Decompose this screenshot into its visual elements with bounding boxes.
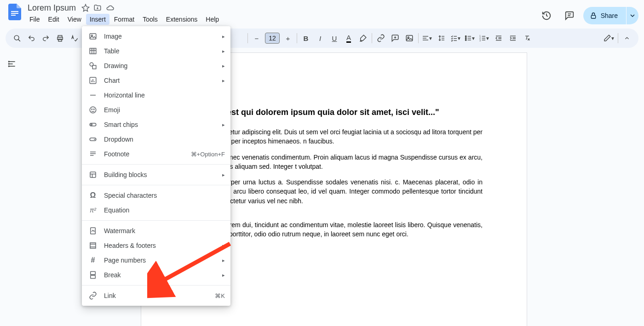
- docs-logo[interactable]: [6, 3, 24, 21]
- menu-item-drawing[interactable]: Drawing▸: [82, 58, 230, 73]
- share-button[interactable]: Share: [583, 7, 626, 24]
- svg-point-67: [94, 109, 95, 110]
- submenu-arrow-icon: ▸: [222, 122, 225, 128]
- menu-item-horizontal-line[interactable]: Horizontal line: [82, 88, 230, 103]
- menu-help[interactable]: Help: [202, 14, 223, 25]
- menu-item-image[interactable]: Image▸: [82, 29, 230, 44]
- menu-divider: [82, 185, 230, 185]
- menu-item-headers-footers[interactable]: Headers & footers▸: [82, 238, 230, 253]
- menu-item-footnote[interactable]: Footnote⌘+Option+F: [82, 147, 230, 161]
- menu-item-label: Equation: [104, 206, 225, 214]
- numbered-list-button[interactable]: 123▼: [477, 31, 491, 45]
- menu-item-label: Special characters: [104, 192, 225, 199]
- menu-item-label: Image: [104, 33, 222, 40]
- share-label: Share: [601, 12, 618, 19]
- menu-insert[interactable]: Insert: [86, 14, 109, 25]
- insert-menu-dropdown: Image▸Table▸Drawing▸Chart▸Horizontal lin…: [82, 26, 230, 306]
- menu-item-table[interactable]: Table▸: [82, 44, 230, 58]
- menu-extensions[interactable]: Extensions: [162, 14, 201, 25]
- collapse-toolbar-icon[interactable]: [620, 31, 634, 45]
- svg-point-26: [465, 40, 466, 41]
- insert-image-icon[interactable]: [402, 31, 416, 45]
- menu-item-label: Table: [104, 47, 222, 55]
- font-size-increase[interactable]: +: [281, 31, 295, 45]
- menu-item-equation[interactable]: π²Equation: [82, 203, 230, 217]
- checklist-button[interactable]: ▼: [449, 31, 463, 45]
- submenu-arrow-icon: ▸: [222, 243, 225, 249]
- menu-view[interactable]: View: [64, 14, 85, 25]
- menu-item-dropdown[interactable]: Dropdown: [82, 132, 230, 147]
- submenu-arrow-icon: ▸: [222, 34, 225, 40]
- lock-icon: [590, 12, 597, 19]
- text-color-button[interactable]: A: [342, 31, 356, 45]
- menu-item-label: Headers & footers: [104, 242, 222, 249]
- svg-line-7: [18, 39, 20, 41]
- menu-item-label: Watermark: [104, 227, 225, 234]
- menu-item-label: Building blocks: [104, 171, 222, 178]
- align-button[interactable]: ▼: [420, 31, 434, 45]
- menu-item-smart-chips[interactable]: Smart chips▸: [82, 117, 230, 132]
- svg-text:3: 3: [479, 40, 481, 42]
- line-spacing-button[interactable]: [435, 31, 448, 45]
- menu-item-break[interactable]: Break▸: [82, 268, 230, 282]
- menu-divider: [82, 220, 230, 221]
- menu-item-link[interactable]: Link⌘K: [82, 288, 230, 303]
- table-icon: [87, 47, 98, 55]
- menu-divider: [82, 164, 230, 165]
- add-comment-icon[interactable]: [388, 31, 402, 45]
- clear-format-button[interactable]: [520, 31, 534, 45]
- submenu-arrow-icon: ▸: [222, 172, 225, 178]
- svg-rect-2: [11, 15, 16, 16]
- menu-shortcut: ⌘+Option+F: [191, 151, 225, 158]
- svg-rect-59: [92, 65, 96, 69]
- font-size-decrease[interactable]: −: [250, 31, 264, 45]
- svg-rect-82: [91, 275, 96, 279]
- highlight-button[interactable]: [356, 31, 370, 45]
- svg-point-51: [9, 66, 10, 67]
- menu-item-emoji[interactable]: Emoji: [82, 103, 230, 117]
- image-icon: [87, 32, 98, 40]
- cloud-status-icon[interactable]: [105, 4, 115, 12]
- search-icon[interactable]: [10, 31, 24, 45]
- share-dropdown-caret[interactable]: [627, 7, 638, 24]
- submenu-arrow-icon: ▸: [222, 78, 225, 84]
- menu-item-page-numbers[interactable]: #Page numbers▸: [82, 253, 230, 268]
- blocks-icon: [87, 171, 98, 179]
- hash-icon: #: [87, 256, 98, 264]
- undo-icon[interactable]: [24, 31, 38, 45]
- menu-item-label: Horizontal line: [104, 92, 225, 99]
- menu-format[interactable]: Format: [110, 14, 138, 25]
- menu-item-watermark[interactable]: Watermark: [82, 223, 230, 238]
- editing-mode-button[interactable]: ▼: [602, 31, 616, 45]
- history-icon[interactable]: [537, 6, 556, 25]
- italic-button[interactable]: I: [313, 31, 327, 45]
- menu-tools[interactable]: Tools: [139, 14, 161, 25]
- svg-rect-78: [90, 243, 96, 248]
- bold-button[interactable]: B: [299, 31, 313, 45]
- decrease-indent-button[interactable]: [492, 31, 506, 45]
- submenu-arrow-icon: ▸: [222, 272, 225, 278]
- redo-icon[interactable]: [39, 31, 52, 45]
- document-title[interactable]: Lorem Ipsum: [26, 3, 78, 13]
- increase-indent-button[interactable]: [506, 31, 520, 45]
- menu-item-special-characters[interactable]: ΩSpecial characters: [82, 188, 230, 203]
- menu-edit[interactable]: Edit: [45, 14, 63, 25]
- move-folder-icon[interactable]: [93, 4, 102, 12]
- menu-item-chart[interactable]: Chart▸: [82, 73, 230, 88]
- bulleted-list-button[interactable]: ▼: [463, 31, 477, 45]
- spellcheck-icon[interactable]: [67, 31, 81, 45]
- menu-file[interactable]: File: [26, 14, 44, 25]
- emoji-icon: [87, 106, 98, 114]
- footnote-icon: [87, 150, 98, 158]
- insert-link-icon[interactable]: [374, 31, 388, 45]
- drawing-icon: [87, 62, 98, 70]
- outline-toggle-icon[interactable]: [5, 57, 19, 71]
- underline-button[interactable]: U: [328, 31, 341, 45]
- star-icon[interactable]: [81, 4, 90, 12]
- svg-rect-74: [90, 172, 96, 177]
- menu-item-label: Drawing: [104, 62, 222, 69]
- print-icon[interactable]: [53, 31, 67, 45]
- font-size-input[interactable]: 12: [265, 33, 280, 44]
- menu-item-building-blocks[interactable]: Building blocks▸: [82, 167, 230, 182]
- comments-icon[interactable]: [560, 6, 579, 25]
